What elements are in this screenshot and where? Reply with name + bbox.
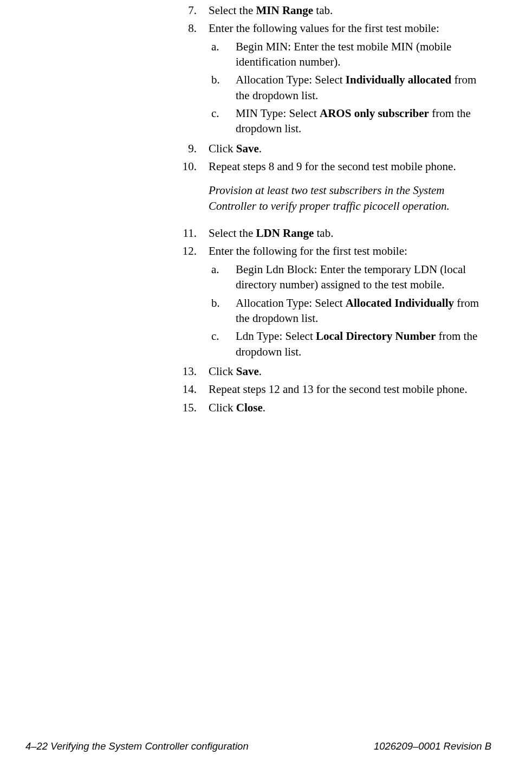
footer-left: 4–22 Verifying the System Controller con… — [25, 740, 249, 753]
text: Ldn Type: Select — [236, 330, 316, 343]
intro: Enter the following for the first test m… — [209, 243, 486, 259]
bold: AROS only subscriber — [320, 107, 429, 120]
step-number: 12. — [179, 243, 209, 360]
step-number: 10. — [179, 159, 209, 174]
substep-b: b. Allocation Type: Select Individually … — [209, 72, 486, 103]
step-number: 11. — [179, 225, 209, 241]
text: MIN Type: Select — [236, 107, 320, 120]
step-text: Click Save. — [209, 141, 486, 156]
bold: LDN Range — [256, 227, 314, 240]
step-number: 7. — [179, 3, 209, 18]
step-text: Enter the following values for the first… — [209, 21, 486, 138]
step-8: 8. Enter the following values for the fi… — [179, 21, 486, 138]
bold: MIN Range — [256, 4, 313, 17]
substep-marker: a. — [209, 39, 236, 70]
step-text: Enter the following for the first test m… — [209, 243, 486, 360]
page-body: 7. Select the MIN Range tab. 8. Enter th… — [179, 3, 486, 418]
text: tab. — [314, 227, 333, 240]
step-text: Repeat steps 8 and 9 for the second test… — [209, 159, 486, 174]
step-text: Select the MIN Range tab. — [209, 3, 486, 18]
step-7: 7. Select the MIN Range tab. — [179, 3, 486, 18]
substep-marker: a. — [209, 262, 236, 293]
substep-text: MIN Type: Select AROS only subscriber fr… — [236, 106, 486, 137]
text: Click — [209, 365, 236, 378]
substep-marker: c. — [209, 106, 236, 137]
step-14: 14. Repeat steps 12 and 13 for the secon… — [179, 382, 486, 397]
step-9: 9. Click Save. — [179, 141, 486, 156]
step-number: 14. — [179, 382, 209, 397]
substep-c: c. MIN Type: Select AROS only subscriber… — [209, 106, 486, 137]
text: . — [263, 401, 265, 414]
text: Allocation Type: Select — [236, 73, 346, 86]
bold: Save — [236, 142, 259, 155]
substep-text: Allocation Type: Select Individually all… — [236, 72, 486, 103]
substep-text: Begin MIN: Enter the test mobile MIN (mo… — [236, 39, 486, 70]
bold: Close — [236, 401, 263, 414]
bold: Save — [236, 365, 259, 378]
bold: Local Directory Number — [316, 330, 436, 343]
text: Click — [209, 142, 236, 155]
page-footer: 4–22 Verifying the System Controller con… — [25, 740, 491, 753]
step-number: 9. — [179, 141, 209, 156]
text: . — [259, 142, 262, 155]
text: tab. — [313, 4, 333, 17]
step-11: 11. Select the LDN Range tab. — [179, 225, 486, 241]
substep-marker: b. — [209, 72, 236, 103]
intro: Enter the following values for the first… — [209, 21, 486, 36]
substep-text: Begin Ldn Block: Enter the temporary LDN… — [236, 262, 486, 293]
step-number: 8. — [179, 21, 209, 138]
step-text: Click Save. — [209, 364, 486, 379]
step-15: 15. Click Close. — [179, 400, 486, 415]
substep-a: a. Begin Ldn Block: Enter the temporary … — [209, 262, 486, 293]
footer-right: 1026209–0001 Revision B — [374, 740, 491, 753]
bold: Individually allocated — [346, 73, 451, 86]
step-10: 10. Repeat steps 8 and 9 for the second … — [179, 159, 486, 174]
step-text: Click Close. — [209, 400, 486, 415]
substep-marker: b. — [209, 295, 236, 326]
text: Allocation Type: Select — [236, 296, 346, 309]
text: . — [259, 365, 262, 378]
substep-text: Ldn Type: Select Local Directory Number … — [236, 328, 486, 359]
step-13: 13. Click Save. — [179, 364, 486, 379]
step-text: Select the LDN Range tab. — [209, 225, 486, 241]
substep-a: a. Begin MIN: Enter the test mobile MIN … — [209, 39, 486, 70]
italic-note: Provision at least two test subscribers … — [209, 183, 486, 214]
bold: Allocated Individually — [346, 296, 454, 309]
substep-b: b. Allocation Type: Select Allocated Ind… — [209, 295, 486, 326]
text: Select the — [209, 4, 256, 17]
substep-marker: c. — [209, 328, 236, 359]
step-number: 13. — [179, 364, 209, 379]
text: Select the — [209, 227, 256, 240]
step-text: Repeat steps 12 and 13 for the second te… — [209, 382, 486, 397]
step-number: 15. — [179, 400, 209, 415]
text: Click — [209, 401, 236, 414]
substep-text: Allocation Type: Select Allocated Indivi… — [236, 295, 486, 326]
substep-c: c. Ldn Type: Select Local Directory Numb… — [209, 328, 486, 359]
step-12: 12. Enter the following for the first te… — [179, 243, 486, 360]
